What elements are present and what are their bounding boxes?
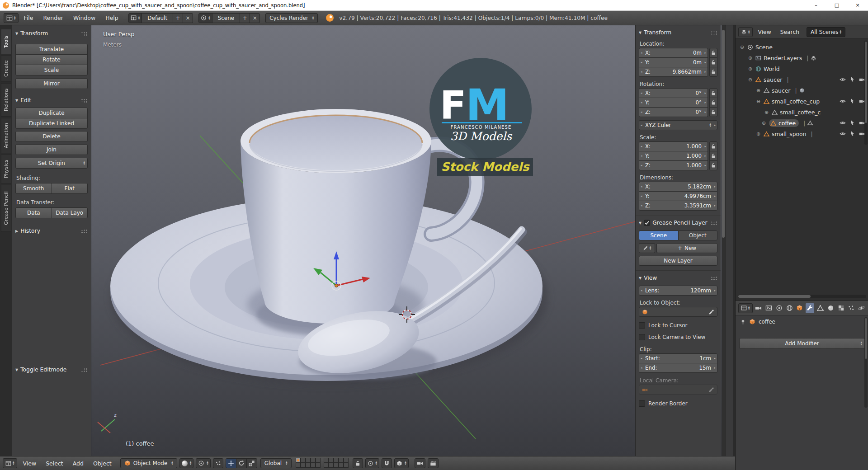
set-origin-menu[interactable]: Set Origin ▴▾ (15, 158, 88, 169)
grease-draw-mode-button[interactable]: ▴▾ (639, 243, 655, 253)
scale-x-field[interactable]: X:1.000 (639, 141, 708, 151)
tab-material[interactable] (826, 303, 835, 313)
snap-toggle[interactable] (382, 458, 392, 468)
outliner-row-scene[interactable]: ⊖ Scene (736, 42, 868, 52)
lock-to-scene-toggle[interactable] (353, 458, 363, 468)
tab-world[interactable] (785, 303, 794, 313)
grease-new-button[interactable]: +New (656, 243, 717, 253)
outliner-row-saucer-mesh[interactable]: ⊕ saucer | (736, 85, 868, 96)
layer-cell[interactable] (296, 463, 301, 468)
outliner-view-menu[interactable]: View (755, 29, 775, 35)
editor-type-button[interactable]: ▴▾ (738, 27, 753, 37)
new-layer-button[interactable]: New Layer (639, 256, 717, 266)
outliner-row-saucer-object[interactable]: ⊖ saucer | (736, 74, 868, 85)
minimize-button[interactable]: – (806, 0, 826, 11)
mode-dropdown[interactable]: Object Mode ▴▾ (120, 458, 177, 468)
location-z-field[interactable]: Z:9.8662mm (639, 67, 708, 77)
lock-camera-checkbox[interactable]: Lock Camera to View (639, 333, 717, 342)
tab-physics[interactable] (857, 303, 866, 313)
duplicate-button[interactable]: Duplicate (15, 108, 88, 118)
scene-selector[interactable]: ▴▾ Scene + × (198, 13, 260, 23)
data-button[interactable]: Data (15, 207, 52, 218)
layer-cell[interactable] (324, 463, 329, 468)
rotation-x-field[interactable]: X:0° (639, 88, 708, 98)
tab-relations[interactable]: Relations (1, 83, 11, 117)
panel-header-grease-pencil[interactable]: ▼ Grease Pencil Layer (639, 218, 717, 227)
grease-scene-tab[interactable]: Scene (639, 230, 679, 240)
cursor-icon[interactable] (849, 76, 855, 82)
outliner-vertical-scrollbar[interactable] (864, 41, 868, 145)
cursor-icon[interactable] (849, 98, 855, 104)
remove-scene-button[interactable]: × (250, 14, 259, 23)
rotation-mode-dropdown[interactable]: XYZ Euler▴▾ (639, 120, 717, 130)
rotation-z-field[interactable]: Z:0° (639, 107, 708, 117)
lock-to-cursor-checkbox[interactable]: Lock to Cursor (639, 321, 717, 330)
layer-cell[interactable] (316, 458, 321, 463)
panel-grip-icon[interactable] (711, 221, 717, 225)
transform-orientation-dropdown[interactable]: Global ▴▾ (260, 458, 292, 468)
panel-header-history[interactable]: ▶ History (15, 226, 88, 235)
layer-cell[interactable] (306, 458, 311, 463)
clip-start-field[interactable]: Start:1cm (639, 353, 717, 363)
tab-texture[interactable] (837, 303, 845, 313)
layer-cell[interactable] (311, 463, 316, 468)
add-scene-button[interactable]: + (240, 14, 250, 23)
menu-add[interactable]: Add (69, 460, 87, 467)
scale-y-field[interactable]: Y:1.000 (639, 151, 708, 161)
panel-grip-icon[interactable] (81, 99, 88, 103)
layer-cell[interactable] (316, 463, 321, 468)
tab-object-data[interactable] (816, 303, 825, 313)
duplicate-linked-button[interactable]: Duplicate Linked (15, 118, 88, 129)
panel-header-transform[interactable]: ▼ Transform (639, 28, 717, 37)
layer-cell[interactable] (339, 458, 344, 463)
location-x-field[interactable]: X:0m (639, 48, 708, 58)
layer-cell[interactable] (301, 458, 306, 463)
layer-cell[interactable] (306, 463, 311, 468)
menu-file[interactable]: File (19, 14, 38, 21)
tab-create[interactable]: Create (1, 56, 11, 82)
editor-type-button[interactable]: ▴▾ (3, 458, 17, 468)
layer-cell[interactable] (344, 463, 349, 468)
data-layout-button[interactable]: Data Layo (52, 207, 88, 218)
tab-object[interactable] (796, 303, 804, 313)
panel-header-transform[interactable]: ▼ Transform (15, 29, 88, 38)
delete-button[interactable]: Delete (15, 131, 88, 142)
collapse-icon[interactable]: ⊖ (747, 77, 753, 83)
expand-icon[interactable]: ⊕ (747, 66, 753, 72)
pivot-point-dropdown[interactable]: ▴▾ (196, 458, 211, 468)
add-modifier-dropdown[interactable]: Add Modifier ▴▾ (739, 338, 865, 349)
rotation-y-field[interactable]: Y:0° (639, 98, 708, 108)
cursor-icon[interactable] (849, 131, 855, 136)
pin-icon[interactable] (740, 319, 746, 325)
eye-icon[interactable] (840, 98, 846, 104)
opengl-render-anim-button[interactable] (428, 458, 439, 468)
mirror-button[interactable]: Mirror (15, 78, 88, 89)
layer-cell[interactable] (311, 458, 316, 463)
lock-icon[interactable] (709, 160, 717, 170)
layer-cell[interactable] (339, 463, 344, 468)
tab-modifiers[interactable] (806, 303, 814, 313)
outliner-row-small-coffee-cup[interactable]: ⊖ small_coffee_cup (736, 96, 868, 107)
layer-cell[interactable] (329, 463, 334, 468)
outliner-row-world[interactable]: ⊕ World (736, 63, 868, 74)
expand-icon[interactable]: ⊕ (761, 120, 767, 126)
layer-cell[interactable] (334, 458, 339, 463)
layer-cell[interactable] (329, 458, 334, 463)
tab-render[interactable] (755, 303, 763, 313)
collapse-icon[interactable]: ⊖ (755, 99, 761, 104)
lock-object-picker[interactable] (639, 307, 717, 317)
grease-object-tab[interactable]: Object (678, 230, 718, 240)
properties-scrollbar[interactable] (864, 317, 868, 408)
tab-scene[interactable] (775, 303, 783, 313)
lock-icon[interactable] (709, 98, 717, 108)
eye-icon[interactable] (840, 76, 846, 83)
opengl-render-button[interactable] (415, 458, 425, 468)
expand-icon[interactable]: ⊕ (764, 109, 769, 115)
render-engine-selector[interactable]: Cycles Render ▴▾ (265, 13, 318, 23)
panel-grip-icon[interactable] (81, 229, 88, 233)
outliner-display-mode-dropdown[interactable]: All Scenes ▴▾ (807, 27, 845, 37)
collapse-icon[interactable]: ⊖ (739, 44, 745, 50)
eyedropper-icon[interactable] (708, 309, 714, 315)
layer-cell[interactable] (296, 458, 301, 463)
local-camera-picker[interactable] (639, 385, 717, 395)
